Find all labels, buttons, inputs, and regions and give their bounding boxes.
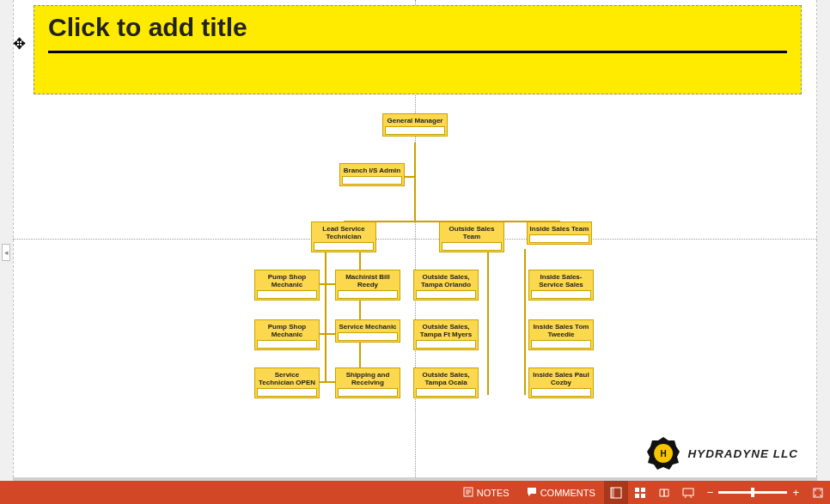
notes-icon	[463, 487, 473, 499]
node-title: Pump Shop Mechanic	[268, 273, 306, 288]
node-name	[314, 242, 374, 251]
node-title: Lead Service Technician	[322, 225, 364, 240]
node-title: Inside Sales	[533, 371, 572, 379]
slide-sorter-button[interactable]	[628, 481, 652, 504]
thumbnails-expand-handle[interactable]: ◂	[2, 244, 10, 261]
node-title: Inside Sales	[534, 323, 573, 331]
node-title: Pump Shop Mechanic	[268, 323, 306, 338]
node-title: General Manager	[388, 117, 443, 124]
connector	[487, 249, 489, 395]
title-placeholder-box[interactable]: Click to add title	[34, 5, 802, 94]
notes-label: NOTES	[477, 488, 510, 498]
comments-label: COMMENTS	[540, 488, 595, 498]
svg-rect-13	[683, 489, 693, 495]
title-placeholder-text[interactable]: Click to add title	[48, 13, 787, 42]
node-title: Outside Sales, Tampa Orlando	[421, 273, 471, 288]
node-outside-sales-team[interactable]: Outside Sales Team	[439, 222, 504, 252]
node-name	[338, 388, 398, 397]
svg-rect-12	[641, 494, 645, 498]
node-blank	[531, 388, 591, 397]
node-inside-sales-service[interactable]: Inside Sales- Service Sales	[528, 270, 594, 301]
node-name	[342, 176, 402, 185]
node-name	[529, 234, 589, 243]
node-outside-sales-orlando[interactable]: Outside Sales, Tampa Orlando	[413, 270, 479, 301]
node-blank	[531, 340, 591, 349]
node-lead-service-tech[interactable]: Lead Service Technician	[311, 222, 376, 252]
node-name	[442, 242, 502, 251]
sorter-icon	[634, 487, 646, 499]
title-underline	[48, 51, 787, 53]
slide-canvas[interactable]: Click to add title ✥ General Manager Bra…	[13, 0, 817, 477]
connector	[325, 249, 327, 383]
node-title: Service Mechanic	[339, 323, 396, 331]
slideshow-icon	[682, 487, 694, 499]
zoom-control[interactable]: − +	[700, 486, 806, 499]
svg-rect-9	[635, 488, 639, 492]
svg-rect-8	[611, 488, 614, 498]
node-outside-sales-ocala[interactable]: Outside Sales, Tampa Ocala	[413, 367, 479, 398]
reading-icon	[658, 487, 670, 499]
connector	[524, 249, 526, 395]
slideshow-button[interactable]	[676, 481, 700, 504]
move-cursor-icon: ✥	[13, 34, 26, 53]
node-machinist[interactable]: Machinist Bill Reedy	[335, 270, 400, 301]
zoom-thumb[interactable]	[751, 488, 754, 497]
org-chart[interactable]: General Manager Branch I/S Admin Lead Se…	[13, 112, 817, 412]
comments-button[interactable]: COMMENTS	[518, 481, 604, 504]
node-name	[416, 290, 476, 299]
reading-view-button[interactable]	[652, 481, 676, 504]
fit-icon	[812, 487, 824, 499]
node-inside-sales-cozby[interactable]: Inside Sales Paul Cozby	[528, 367, 594, 398]
fit-to-window-button[interactable]	[806, 481, 830, 504]
node-title: Branch I/S Admin	[344, 167, 400, 174]
node-blank	[338, 290, 398, 299]
normal-view-icon	[610, 487, 622, 499]
node-service-mechanic[interactable]: Service Mechanic	[335, 319, 400, 343]
node-name	[416, 340, 476, 349]
svg-rect-10	[641, 488, 645, 492]
node-branch-admin[interactable]: Branch I/S Admin	[339, 163, 405, 186]
node-service-technician-open[interactable]: Service Technician OPEN	[254, 367, 320, 398]
node-title: Inside Sales Team	[530, 225, 589, 233]
node-inside-sales-team[interactable]: Inside Sales Team	[527, 222, 592, 245]
node-title: Outside Sales, Tampa Ft Myers	[420, 323, 472, 338]
node-title: Inside Sales- Service Sales	[539, 273, 583, 288]
node-title: Machinist	[345, 273, 377, 281]
gear-icon: H	[646, 436, 680, 471]
node-name	[416, 388, 476, 397]
node-pump-shop-mechanic-2[interactable]: Pump Shop Mechanic	[254, 319, 320, 350]
node-name	[257, 388, 317, 397]
node-inside-sales-tweedie[interactable]: Inside Sales Tom Tweedie	[528, 319, 594, 350]
node-pump-shop-mechanic-1[interactable]: Pump Shop Mechanic	[254, 270, 320, 301]
node-title: Outside Sales Team	[449, 225, 495, 240]
node-shipping-receiving[interactable]: Shipping and Receiving	[335, 367, 400, 398]
node-title: Shipping and Receiving	[346, 371, 390, 386]
node-name	[385, 126, 445, 135]
connector	[414, 143, 416, 222]
node-name	[338, 332, 398, 341]
node-outside-sales-ftmyers[interactable]: Outside Sales, Tampa Ft Myers	[413, 319, 479, 350]
status-bar: NOTES COMMENTS − +	[0, 481, 830, 504]
node-title: Service Technician OPEN	[259, 371, 315, 386]
node-name	[257, 290, 317, 299]
node-general-manager[interactable]: General Manager	[382, 113, 448, 137]
node-title: Outside Sales, Tampa Ocala	[422, 371, 469, 386]
zoom-out-button[interactable]: −	[707, 486, 714, 499]
zoom-in-button[interactable]: +	[792, 486, 799, 499]
node-name	[531, 290, 591, 299]
node-name	[257, 340, 317, 349]
svg-rect-11	[635, 494, 639, 498]
notes-button[interactable]: NOTES	[455, 481, 518, 504]
svg-text:H: H	[661, 449, 667, 458]
company-name: HYDRADYNE LLC	[687, 447, 798, 460]
company-logo: H HYDRADYNE LLC	[646, 436, 798, 471]
normal-view-button[interactable]	[604, 481, 628, 504]
zoom-slider[interactable]	[718, 491, 787, 494]
comment-icon	[527, 487, 537, 499]
